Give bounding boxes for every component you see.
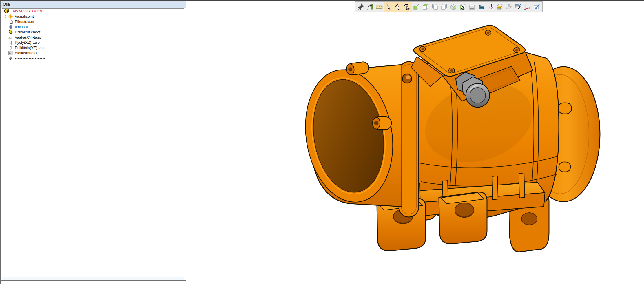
rollback-marker-icon: [8, 56, 13, 61]
plane-yz-icon: [8, 45, 13, 50]
tree-item-visualisointi[interactable]: Visualisointi: [2, 14, 184, 19]
snap-edge-icon[interactable]: [393, 2, 402, 12]
view-list-icon[interactable]: [467, 2, 477, 12]
drawings-icon: [8, 19, 13, 24]
tree-item-label: Piirustukset: [15, 19, 34, 24]
tree-item-label: Tary 9033 kB #119: [11, 9, 42, 14]
panel-bottom-separator: [1, 280, 186, 281]
tree-item-label: Vaaka(XY)-taso: [15, 35, 41, 40]
part-icon: [4, 9, 10, 14]
sun-icon: [8, 14, 13, 19]
clip-box-icon[interactable]: [495, 2, 504, 12]
view-right-icon[interactable]: [439, 2, 449, 12]
panel-header: Osa: [1, 1, 186, 8]
configurations-icon: [8, 25, 13, 30]
mounting-foot-right: [439, 192, 487, 244]
tree-item-esivalitut-ehdot[interactable]: Esivalitut ehdot: [2, 30, 184, 35]
preselected-conditions-icon: [8, 30, 13, 35]
ruler-icon[interactable]: [375, 2, 384, 12]
view-front-icon[interactable]: [412, 2, 421, 12]
tree-item-part-root[interactable]: Tary 9033 kB #119: [2, 9, 184, 14]
vibration-motor-3d-model[interactable]: [186, 1, 644, 284]
view-left-icon[interactable]: [430, 2, 439, 12]
panel-title: Osa: [3, 2, 10, 6]
clip-off-icon[interactable]: [504, 2, 514, 12]
app-window: { "colors": { "model_orange": "#F08800",…: [0, 0, 644, 284]
tree-item-rollback-marker[interactable]: --------------------: [2, 56, 184, 61]
tree-item-label: Visualisointi: [15, 14, 34, 19]
feature-tree: Tary 9033 kB #119 Visualisointi Piirustu…: [2, 8, 184, 280]
tree-item-ilmiasut[interactable]: Ilmiasut: [2, 24, 184, 30]
tree-item-label: Poikittais(YZ)-taso: [15, 45, 45, 50]
snap-active-group: [384, 2, 412, 12]
graphics-viewport: [186, 1, 644, 284]
view-isometric-icon[interactable]: [449, 2, 458, 12]
left-end-cover: [296, 63, 402, 209]
tree-item-label: Ilmiasut: [15, 24, 28, 30]
section-view-icon[interactable]: [477, 2, 486, 12]
chevron-right-icon[interactable]: [3, 25, 8, 29]
pin-icon[interactable]: [356, 2, 365, 12]
tree-item-aloitusmuoto[interactable]: Aloitusmuoto: [2, 50, 184, 56]
bolt-boss-lower: [373, 117, 391, 130]
feature-tree-panel: Osa Tary 9033 kB #119 Visualisointi Piir…: [0, 1, 186, 284]
plane-xy-icon: [8, 35, 13, 40]
snap-face-icon[interactable]: [402, 2, 412, 12]
view-normal-to-face-icon[interactable]: [458, 2, 467, 12]
tree-item-pysty-xz-taso[interactable]: Pysty(XZ)-taso: [2, 40, 184, 45]
table-wand-icon[interactable]: [514, 2, 523, 12]
start-shape-icon: [8, 51, 13, 56]
view-toolbar: [355, 1, 543, 12]
sketch-icon[interactable]: [486, 2, 495, 12]
tree-item-label: --------------------: [15, 56, 46, 61]
tree-item-label: Aloitusmuoto: [15, 50, 37, 56]
plane-xz-icon: [8, 40, 13, 45]
tree-item-vaaka-xy-taso[interactable]: Vaaka(XY)-taso: [2, 35, 184, 40]
tree-item-poikittais-yz-taso[interactable]: Poikittais(YZ)-taso: [2, 45, 184, 50]
bend-arrow-icon[interactable]: [365, 2, 375, 12]
view-top-icon[interactable]: [421, 2, 430, 12]
tree-item-label: Pysty(XZ)-taso: [15, 40, 40, 45]
coordinate-triad-icon[interactable]: [523, 2, 532, 12]
tree-item-label: Esivalitut ehdot: [15, 30, 40, 35]
tree-item-piirustukset[interactable]: Piirustukset: [2, 19, 184, 24]
snap-vertex-icon[interactable]: [384, 2, 393, 12]
chevron-right-icon[interactable]: [3, 14, 8, 19]
fit-view-icon[interactable]: [532, 2, 541, 12]
